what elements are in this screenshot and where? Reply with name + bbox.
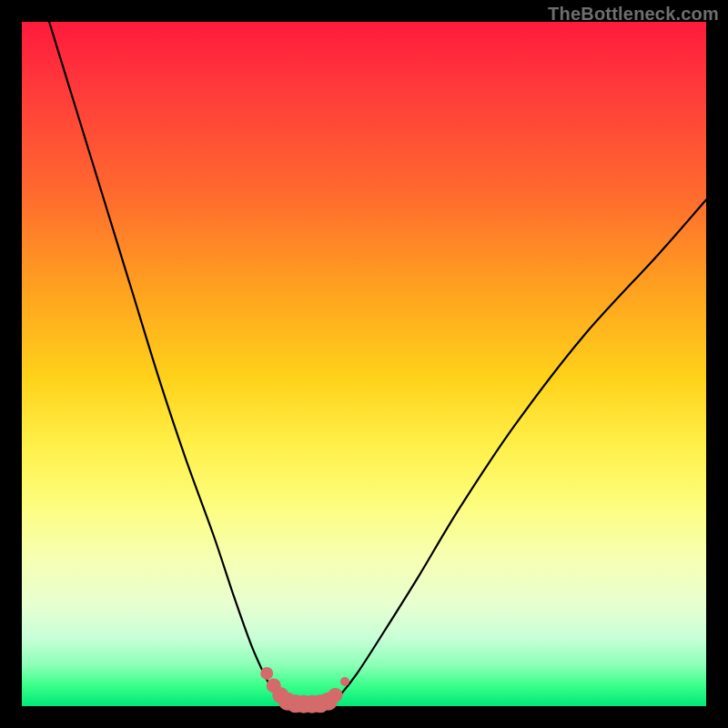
trough-marker-group bbox=[260, 667, 349, 713]
left-curve-path bbox=[49, 22, 283, 703]
trough-marker-dot bbox=[328, 688, 342, 703]
bottleneck-curve-chart bbox=[22, 22, 706, 706]
chart-frame bbox=[22, 22, 706, 706]
right-curve-path bbox=[331, 200, 706, 703]
trough-marker-dot bbox=[340, 677, 349, 686]
curve-group bbox=[49, 22, 706, 703]
trough-marker-dot bbox=[260, 667, 273, 680]
